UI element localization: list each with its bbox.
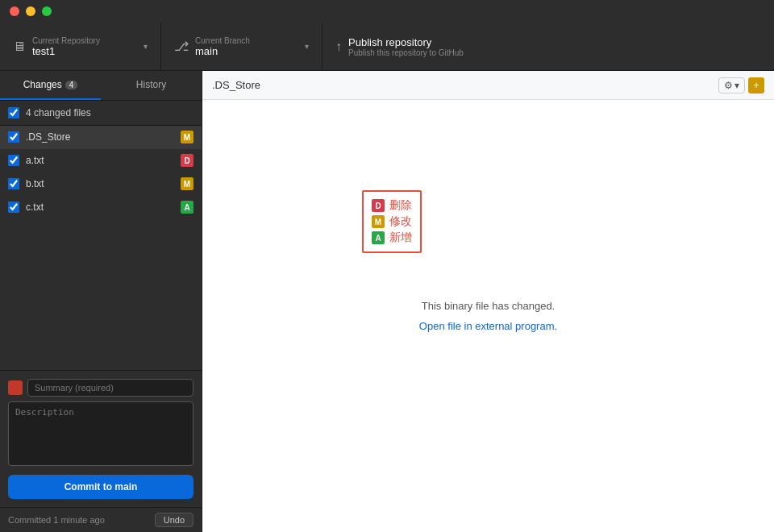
gear-icon: ⚙	[724, 80, 733, 91]
file-item-btxt[interactable]: b.txt M	[0, 172, 202, 196]
publish-sublabel: Publish this repository to GitHub	[348, 48, 464, 57]
tab-history[interactable]: History	[101, 71, 202, 100]
gear-settings-button[interactable]: ⚙ ▾	[718, 77, 745, 94]
binary-message: This binary file has changed.	[422, 300, 555, 312]
ann-modified-badge: M	[372, 215, 385, 228]
changed-files-header: 4 changed files	[0, 101, 202, 126]
file-item-ctxt[interactable]: c.txt A	[0, 196, 202, 219]
commit-form: Commit to main	[0, 370, 202, 507]
ann-deleted-badge: D	[372, 199, 385, 212]
publish-section[interactable]: ↑ Publish repository Publish this reposi…	[322, 23, 774, 70]
close-button[interactable]	[10, 6, 19, 16]
current-branch-section[interactable]: ⎇ Current Branch main ▾	[161, 23, 322, 70]
minimize-button[interactable]	[26, 6, 35, 16]
repo-label: Current Repository	[32, 36, 100, 45]
file-checkbox-btxt[interactable]	[8, 178, 19, 189]
changed-files-label: 4 changed files	[26, 107, 91, 118]
bottom-bar: Committed 1 minute ago Undo	[0, 507, 202, 532]
file-status-ctxt: A	[181, 201, 194, 214]
tabs: Changes4 History	[0, 71, 202, 101]
file-status-btxt: M	[181, 177, 194, 190]
tab-changes[interactable]: Changes4	[0, 71, 101, 100]
commit-description-input[interactable]	[8, 401, 194, 466]
committed-status: Committed 1 minute ago	[8, 515, 105, 525]
file-checkbox-ds-store[interactable]	[8, 131, 19, 143]
file-header-actions: ⚙ ▾ +	[718, 77, 764, 94]
annotation-added: A 新增	[372, 231, 412, 245]
file-content: This binary file has changed. Open file …	[202, 100, 774, 532]
repo-value: test1	[32, 45, 100, 57]
toolbar: 🖥 Current Repository test1 ▾ ⎇ Current B…	[0, 23, 774, 71]
commit-button[interactable]: Commit to main	[8, 475, 194, 499]
select-all-checkbox[interactable]	[8, 107, 19, 118]
main-content: Changes4 History 4 changed files .DS_Sto…	[0, 71, 774, 532]
file-name-ds-store: .DS_Store	[26, 131, 181, 143]
branch-icon: ⎇	[174, 39, 189, 54]
file-status-ds-store: M	[181, 131, 194, 143]
right-panel: .DS_Store ⚙ ▾ + This binary file has cha…	[202, 71, 774, 532]
repo-text: Current Repository test1	[32, 36, 100, 57]
file-checkbox-atxt[interactable]	[8, 155, 19, 166]
annotation-overlay: D 删除 M 修改 A 新增	[362, 190, 422, 253]
expand-button[interactable]: +	[748, 77, 764, 94]
undo-button[interactable]: Undo	[155, 513, 194, 527]
file-checkbox-ctxt[interactable]	[8, 202, 19, 213]
open-external-link[interactable]: Open file in external program.	[419, 320, 557, 332]
gear-chevron: ▾	[734, 80, 739, 91]
publish-text: Publish repository Publish this reposito…	[348, 36, 464, 57]
ann-added-badge: A	[372, 231, 385, 244]
ann-modified-label: 修改	[389, 214, 412, 229]
ann-added-label: 新增	[389, 231, 412, 245]
repo-icon: 🖥	[13, 39, 26, 54]
branch-text: Current Branch main	[195, 36, 250, 57]
file-name-btxt: b.txt	[26, 178, 181, 189]
current-repo-section[interactable]: 🖥 Current Repository test1 ▾	[0, 23, 161, 70]
annotation-modified: M 修改	[372, 214, 412, 229]
file-name-atxt: a.txt	[26, 155, 181, 166]
commit-summary-row	[8, 379, 194, 397]
branch-chevron: ▾	[305, 42, 309, 51]
file-status-atxt: D	[181, 154, 194, 167]
branch-label: Current Branch	[195, 36, 250, 45]
file-header-name: .DS_Store	[212, 79, 718, 91]
ann-deleted-label: 删除	[389, 198, 412, 213]
sidebar: Changes4 History 4 changed files .DS_Sto…	[0, 71, 202, 532]
branch-value: main	[195, 45, 250, 57]
file-header: .DS_Store ⚙ ▾ +	[202, 71, 774, 100]
repo-chevron: ▾	[144, 42, 148, 51]
publish-label: Publish repository	[348, 36, 464, 48]
changes-badge: 4	[65, 81, 78, 89]
maximize-button[interactable]	[42, 6, 52, 16]
title-bar	[0, 0, 774, 23]
commit-summary-input[interactable]	[27, 379, 194, 397]
publish-icon: ↑	[335, 39, 342, 54]
file-item-atxt[interactable]: a.txt D	[0, 149, 202, 172]
expand-icon: +	[753, 80, 759, 91]
file-name-ctxt: c.txt	[26, 202, 181, 213]
annotation-deleted: D 删除	[372, 198, 412, 213]
file-list: .DS_Store M a.txt D b.txt M c.txt A	[0, 126, 202, 370]
commit-avatar	[8, 380, 23, 395]
file-item-ds-store[interactable]: .DS_Store M	[0, 126, 202, 149]
